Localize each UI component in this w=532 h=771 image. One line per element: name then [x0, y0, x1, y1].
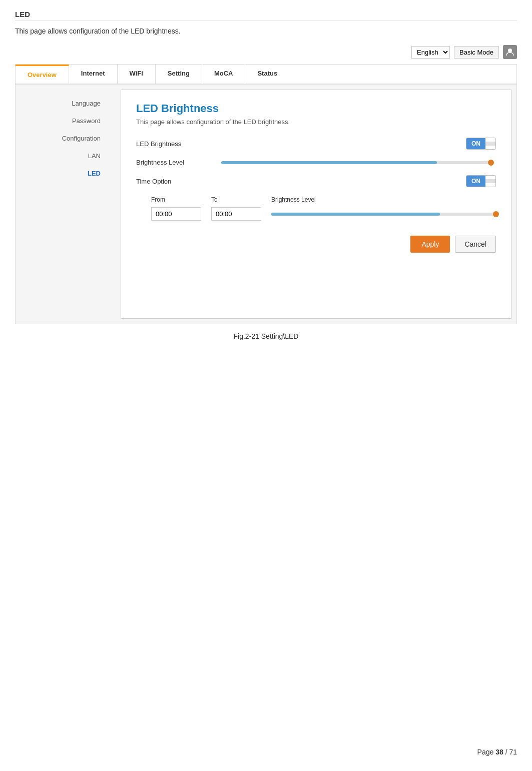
- time-option-control: ON: [216, 175, 496, 187]
- time-inputs-row: [151, 207, 496, 221]
- time-labels-row: From To Brightness Level: [151, 196, 496, 203]
- apply-button[interactable]: Apply: [410, 236, 450, 253]
- time-slider-thumb[interactable]: [493, 211, 499, 217]
- language-selector-wrapper: English: [411, 46, 450, 59]
- sidebar-item-configuration[interactable]: Configuration: [16, 130, 116, 147]
- svg-point-0: [508, 49, 512, 53]
- sidebar-item-lan[interactable]: LAN: [16, 147, 116, 165]
- led-brightness-label: LED Brightness: [136, 140, 216, 148]
- page-subtitle: This page allows configuration of the LE…: [15, 27, 517, 35]
- from-label: From: [151, 196, 211, 203]
- cancel-button[interactable]: Cancel: [455, 236, 496, 253]
- time-option-toggle[interactable]: ON: [466, 175, 496, 187]
- content-area: LED Brightness This page allows configur…: [121, 90, 511, 319]
- brightness-level-row: Brightness Level: [136, 159, 496, 166]
- heading-divider: [15, 21, 517, 21]
- nav-item-moca[interactable]: MoCA: [202, 65, 246, 84]
- main-layout: Language Password Configuration LAN LED …: [15, 84, 517, 324]
- led-brightness-row: LED Brightness ON: [136, 138, 496, 150]
- sidebar-item-led[interactable]: LED: [16, 165, 116, 182]
- led-brightness-toggle[interactable]: ON: [466, 138, 496, 150]
- time-toggle-off-label: [485, 179, 495, 183]
- brightness-level-control: [216, 161, 496, 164]
- user-icon: [503, 45, 517, 59]
- nav-item-overview[interactable]: Overview: [16, 65, 69, 84]
- figure-caption: Fig.2-21 Setting\LED: [15, 332, 517, 340]
- sidebar-item-language[interactable]: Language: [16, 95, 116, 112]
- sidebar: Language Password Configuration LAN LED: [16, 85, 116, 324]
- brightness-slider-thumb[interactable]: [488, 160, 494, 166]
- time-section: From To Brightness Level: [151, 196, 496, 221]
- time-brightness-label: Brightness Level: [271, 196, 496, 203]
- time-slider-track[interactable]: [271, 213, 496, 216]
- nav-item-internet[interactable]: Internet: [69, 65, 118, 84]
- nav-item-wifi[interactable]: WiFi: [118, 65, 156, 84]
- toggle-off-label: [485, 142, 495, 146]
- content-description: This page allows configuration of the LE…: [136, 118, 496, 126]
- time-option-row: Time Option ON: [136, 175, 496, 187]
- nav-item-setting[interactable]: Setting: [156, 65, 202, 84]
- to-label: To: [211, 196, 271, 203]
- brightness-level-label: Brightness Level: [136, 159, 216, 166]
- page-heading: LED: [15, 10, 517, 19]
- top-bar: English Basic Mode: [15, 45, 517, 59]
- content-title: LED Brightness: [136, 102, 496, 115]
- toggle-on-label: ON: [466, 138, 485, 149]
- from-time-input[interactable]: [151, 207, 201, 221]
- time-toggle-on-label: ON: [466, 176, 485, 187]
- time-slider-wrapper: [271, 213, 496, 216]
- brightness-slider-fill: [221, 161, 437, 164]
- led-brightness-control: ON: [216, 138, 496, 150]
- basic-mode-button[interactable]: Basic Mode: [454, 46, 499, 59]
- time-slider-fill: [271, 213, 440, 216]
- to-time-input[interactable]: [211, 207, 261, 221]
- sidebar-item-password[interactable]: Password: [16, 112, 116, 130]
- button-row: Apply Cancel: [136, 236, 496, 253]
- nav-item-status[interactable]: Status: [245, 65, 289, 84]
- language-select[interactable]: English: [411, 46, 450, 59]
- page-footer: Page 38 / 71: [477, 748, 517, 756]
- time-option-label: Time Option: [136, 178, 216, 185]
- brightness-slider-track[interactable]: [221, 161, 491, 164]
- nav-bar: Overview Internet WiFi Setting MoCA Stat…: [15, 64, 517, 84]
